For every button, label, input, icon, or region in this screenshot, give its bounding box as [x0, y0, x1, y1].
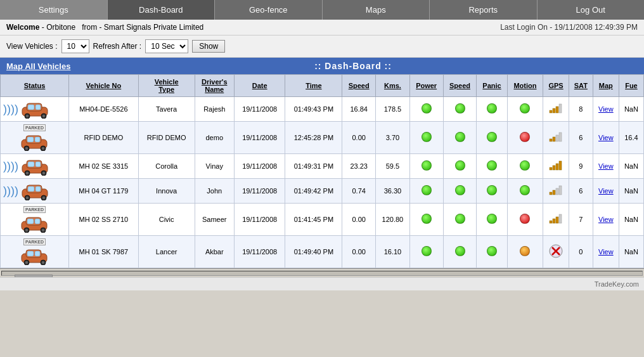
cell-speed: 0.00: [342, 122, 376, 154]
svg-rect-59: [559, 214, 562, 223]
cell-speed2: [443, 179, 477, 204]
table-row: PARKED MH 01 SK 7987 Lancer Akbar 19/11/…: [1, 236, 644, 268]
svg-rect-14: [27, 137, 34, 142]
view-map-link[interactable]: View: [598, 216, 614, 223]
nav-reports[interactable]: Reports: [430, 0, 538, 20]
svg-rect-50: [27, 219, 34, 224]
cell-power: [409, 154, 443, 179]
dashboard-header: Map All Vehicles :: Dash-Board ::: [0, 58, 644, 74]
svg-point-31: [42, 172, 45, 174]
cell-panic: [477, 154, 507, 179]
cell-time: 12:45:28 PM: [285, 122, 342, 154]
cell-panic: [477, 204, 507, 236]
cell-speed2: [443, 97, 477, 122]
signal-bars-icon: [549, 218, 563, 226]
svg-rect-58: [556, 217, 558, 223]
cell-time: 01:49:43 PM: [285, 97, 342, 122]
controls-bar: View Vehicles : 10 20 50 All Refresh Aft…: [0, 36, 644, 58]
cell-gps: [543, 122, 569, 154]
nav-settings[interactable]: Settings: [0, 0, 108, 20]
signal-bars-icon: [549, 165, 563, 172]
scrollbar-track[interactable]: [1, 271, 643, 276]
nav-geofence[interactable]: Geo-fence: [215, 0, 323, 20]
cell-map[interactable]: View: [593, 236, 619, 268]
cell-map[interactable]: View: [593, 179, 619, 204]
cell-motion: [507, 122, 543, 154]
tradekey-footer: TradeKey.com: [0, 277, 644, 290]
svg-point-67: [42, 261, 44, 264]
cell-driver: Sameer: [195, 204, 234, 236]
power-dot: [422, 185, 432, 195]
signal-bars-icon: [549, 190, 563, 197]
view-map-link[interactable]: View: [598, 162, 614, 170]
cell-panic: [477, 122, 507, 154]
cell-vehicle-no: MH 02 SS 2710: [69, 204, 139, 236]
scrollbar-thumb[interactable]: [15, 275, 53, 278]
svg-rect-2: [28, 105, 34, 110]
motion-dot: [520, 185, 530, 195]
welcome-text: Welcome - Orbitone from - Smart Signals …: [6, 23, 203, 32]
cell-driver: demo: [195, 122, 234, 154]
svg-rect-22: [556, 135, 558, 141]
vehicle-table: Status Vehicle No VehicleType Driver'sNa…: [0, 74, 644, 268]
svg-rect-9: [553, 108, 555, 113]
svg-rect-35: [559, 161, 562, 170]
view-map-link[interactable]: View: [598, 105, 614, 113]
power-dot: [422, 160, 432, 171]
cell-status: )))): [1, 179, 69, 204]
svg-point-18: [25, 147, 28, 150]
cell-fuel: NaN: [619, 154, 643, 179]
speed-dot: [455, 214, 465, 224]
cell-vehicle-no: MH 01 SK 7987: [69, 236, 139, 268]
cell-map[interactable]: View: [593, 97, 619, 122]
table-header-row: Status Vehicle No VehicleType Driver'sNa…: [1, 75, 644, 97]
cell-map[interactable]: View: [593, 122, 619, 154]
signal-bars-icon: [549, 136, 563, 144]
svg-point-55: [42, 229, 44, 231]
panic-dot: [487, 103, 497, 114]
nav-maps[interactable]: Maps: [323, 0, 430, 20]
cell-gps: [543, 179, 569, 204]
motion-dot: [520, 246, 530, 256]
show-button[interactable]: Show: [192, 40, 225, 53]
status-cell: PARKED: [3, 206, 66, 233]
cell-map[interactable]: View: [593, 204, 619, 236]
view-map-link[interactable]: View: [598, 187, 614, 195]
signal-wave-icon: )))): [3, 185, 18, 198]
svg-rect-27: [35, 162, 41, 167]
cell-status: )))): [1, 97, 69, 122]
cell-map[interactable]: View: [593, 154, 619, 179]
cell-fuel: 16.4: [619, 122, 643, 154]
cell-vehicle-no: MH 04 GT 1179: [69, 179, 139, 204]
col-driver-name: Driver'sName: [195, 75, 234, 97]
refresh-after-select[interactable]: 10 Sec 30 Sec 1 Min 5 Min: [145, 39, 188, 53]
svg-point-7: [42, 115, 45, 117]
nav-dashboard[interactable]: Dash-Board: [108, 0, 216, 20]
signal-wave-icon: )))): [3, 103, 18, 116]
horizontal-scrollbar[interactable]: [0, 268, 644, 277]
nav-logout[interactable]: Log Out: [538, 0, 645, 20]
welcome-user: Orbitone: [46, 23, 75, 32]
svg-point-54: [25, 229, 28, 231]
col-sat: SAT: [569, 75, 593, 97]
table-row: PARKED RFID DEMO RFID DEMO demo 19/11/20…: [1, 122, 644, 154]
table-scroll-wrapper[interactable]: Status Vehicle No VehicleType Driver'sNa…: [0, 74, 644, 268]
svg-rect-33: [553, 166, 555, 170]
col-vehicle-no: Vehicle No: [69, 75, 139, 97]
col-map: Map: [593, 75, 619, 97]
cell-gps: [543, 97, 569, 122]
cell-time: 01:49:42 PM: [285, 179, 342, 204]
map-all-vehicles-link[interactable]: Map All Vehicles: [6, 62, 70, 71]
view-vehicles-select[interactable]: 10 20 50 All: [61, 39, 89, 53]
speed-dot: [455, 246, 465, 256]
view-map-link[interactable]: View: [598, 248, 614, 256]
cell-driver: John: [195, 179, 234, 204]
table-row: PARKED MH 02 SS 2710 Civic Sameer 19/11/…: [1, 204, 644, 236]
status-cell: )))): [3, 100, 66, 119]
cell-vehicle-type: Tavera: [138, 97, 195, 122]
view-map-link[interactable]: View: [598, 134, 614, 141]
cell-date: 19/11/2008: [234, 97, 285, 122]
cell-gps: [543, 236, 569, 268]
speed-dot: [455, 132, 465, 142]
power-dot: [422, 132, 432, 142]
